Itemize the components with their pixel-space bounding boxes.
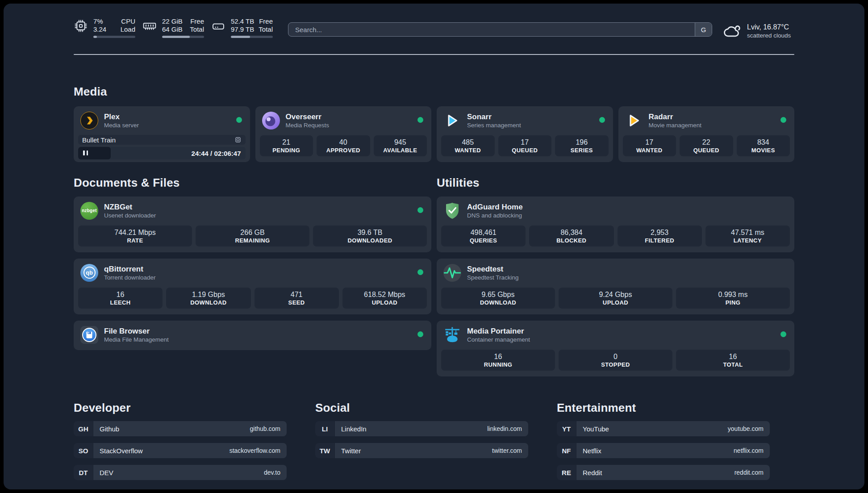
weather-widget: Lviv, 16.87°C scattered clouds bbox=[723, 23, 794, 40]
link-reddit[interactable]: RE Redditreddit.com bbox=[557, 465, 770, 480]
link-url: reddit.com bbox=[734, 469, 764, 476]
cpu-icon bbox=[74, 19, 88, 33]
stat-box: 17QUEUED bbox=[498, 135, 552, 156]
ram-total-value: 64 GiB bbox=[162, 25, 183, 33]
stat-box: 471SEED bbox=[255, 288, 339, 309]
link-url: youtube.com bbox=[728, 425, 764, 432]
playback-progress-fill bbox=[78, 147, 111, 159]
topbar: 7% 3.24 CPU Load bbox=[74, 4, 794, 40]
transcode-chip-icon bbox=[234, 136, 242, 143]
stat-box: 86,384BLOCKED bbox=[529, 226, 613, 246]
app-description: Media File Management bbox=[104, 336, 169, 343]
disk-progress-fill bbox=[231, 36, 250, 38]
app-card-plex[interactable]: Plex Media server Bullet Train 24:44 / bbox=[74, 106, 250, 162]
stat-box: 0.993 msPING bbox=[676, 288, 790, 309]
stat-box: 2,953FILTERED bbox=[618, 226, 702, 246]
ram-progress-bar bbox=[162, 36, 204, 38]
app-card-nzbget[interactable]: nzbget NZBGet Usenet downloader 744.21 M… bbox=[74, 196, 431, 252]
weather-location: Lviv, 16.87°C bbox=[747, 23, 791, 32]
link-name: StackOverflow bbox=[100, 447, 143, 455]
portainer-icon bbox=[443, 326, 461, 344]
header-divider bbox=[74, 54, 794, 55]
stat-box: 16TOTAL bbox=[676, 350, 790, 371]
link-tag: YT bbox=[557, 421, 576, 436]
link-tag: NF bbox=[557, 443, 576, 458]
status-dot bbox=[417, 269, 423, 275]
link-tag: TW bbox=[315, 443, 334, 458]
section-title-utilities: Utilities bbox=[437, 175, 794, 190]
app-card-sonarr[interactable]: Sonarr Series management 485WANTED 17QUE… bbox=[437, 106, 613, 162]
playback-progress-bar[interactable]: 24:44 / 02:06:47 bbox=[78, 147, 246, 159]
disk-total-value: 97.9 TB bbox=[231, 25, 254, 33]
stat-box: 21PENDING bbox=[260, 135, 313, 156]
section-title-documents: Documents & Files bbox=[74, 175, 431, 190]
status-dot bbox=[780, 117, 786, 123]
search-engine-button[interactable]: G bbox=[695, 23, 712, 36]
section-title-developer: Developer bbox=[74, 401, 287, 415]
stat-box: 485WANTED bbox=[441, 135, 495, 156]
app-name: Plex bbox=[104, 112, 139, 121]
status-dot bbox=[417, 207, 423, 213]
status-dot bbox=[599, 117, 605, 123]
cpu-load-value: 3.24 bbox=[93, 25, 106, 33]
section-title-social: Social bbox=[315, 401, 528, 415]
app-card-portainer[interactable]: Media Portainer Container management 16R… bbox=[437, 321, 794, 376]
links-column-entertainment: Entertainment YT YouTubeyoutube.com NF N… bbox=[557, 401, 770, 480]
status-dot bbox=[417, 331, 423, 337]
app-card-overseerr[interactable]: Overseerr Media Requests 21PENDING 40APP… bbox=[255, 106, 432, 162]
links-column-developer: Developer GH Githubgithub.com SO StackOv… bbox=[74, 401, 287, 480]
app-card-speedtest[interactable]: Speedtest Speedtest Tracking 9.65 GbpsDO… bbox=[437, 259, 794, 314]
plex-icon bbox=[80, 112, 98, 130]
stat-box: 0STOPPED bbox=[559, 350, 672, 371]
link-github[interactable]: GH Githubgithub.com bbox=[74, 421, 287, 436]
link-youtube[interactable]: YT YouTubeyoutube.com bbox=[557, 421, 770, 436]
app-card-filebrowser[interactable]: File Browser Media File Management bbox=[74, 321, 431, 350]
link-url: stackoverflow.com bbox=[230, 447, 280, 454]
link-dev[interactable]: DT DEVdev.to bbox=[74, 465, 287, 480]
stat-box: 1.19 GbpsDOWNLOAD bbox=[166, 288, 250, 309]
cpu-label: CPU bbox=[121, 17, 135, 25]
search-bar: G bbox=[288, 22, 712, 37]
link-name: DEV bbox=[100, 469, 113, 476]
ram-progress-fill bbox=[162, 36, 190, 38]
link-url: dev.to bbox=[264, 469, 280, 476]
pause-icon[interactable] bbox=[83, 149, 88, 157]
stat-box: 47.571 msLATENCY bbox=[705, 226, 790, 246]
disk-free-label: Free bbox=[259, 17, 273, 25]
now-playing-row: Bullet Train bbox=[78, 135, 246, 145]
ram-icon bbox=[142, 19, 157, 33]
link-netflix[interactable]: NF Netflixnetflix.com bbox=[557, 443, 770, 458]
cpu-progress-bar bbox=[93, 36, 135, 38]
nzbget-icon: nzbget bbox=[80, 202, 98, 220]
link-twitter[interactable]: TW Twittertwitter.com bbox=[315, 443, 528, 458]
stat-box: 9.65 GbpsDOWNLOAD bbox=[441, 288, 555, 309]
stat-box: 196SERIES bbox=[555, 135, 609, 156]
qbittorrent-icon: qb bbox=[80, 264, 98, 282]
link-url: linkedin.com bbox=[487, 425, 522, 432]
app-card-adguard[interactable]: AdGuard Home DNS and adblocking 498,461Q… bbox=[437, 196, 794, 252]
app-description: Media server bbox=[104, 121, 139, 129]
app-card-qbittorrent[interactable]: qb qBittorrent Torrent downloader 16LEEC… bbox=[74, 259, 431, 314]
stat-box: 945AVAILABLE bbox=[374, 135, 427, 156]
disk-total-label: Total bbox=[259, 25, 273, 33]
search-input[interactable] bbox=[288, 23, 695, 36]
app-description: Container management bbox=[467, 336, 530, 343]
app-description: Torrent downloader bbox=[104, 274, 156, 281]
app-name: Radarr bbox=[649, 112, 702, 121]
radarr-icon bbox=[625, 112, 643, 130]
app-card-radarr[interactable]: Radarr Movie management 17WANTED 22QUEUE… bbox=[618, 106, 795, 162]
section-title-media: Media bbox=[74, 84, 794, 99]
app-description: Series management bbox=[467, 121, 521, 129]
link-tag: GH bbox=[74, 421, 93, 436]
stat-box: 498,461QUERIES bbox=[441, 226, 526, 246]
link-stackoverflow[interactable]: SO StackOverflowstackoverflow.com bbox=[74, 443, 287, 458]
link-linkedin[interactable]: LI LinkedInlinkedin.com bbox=[315, 421, 528, 436]
weather-condition: scattered clouds bbox=[747, 32, 791, 40]
link-url: github.com bbox=[250, 425, 280, 432]
disk-progress-bar bbox=[231, 36, 273, 38]
stat-box: 17WANTED bbox=[623, 135, 676, 156]
link-name: Reddit bbox=[583, 469, 602, 476]
disk-metric: 52.4 TB 97.9 TB Free Total bbox=[211, 17, 273, 38]
status-dot bbox=[236, 117, 242, 123]
link-tag: RE bbox=[557, 465, 576, 480]
